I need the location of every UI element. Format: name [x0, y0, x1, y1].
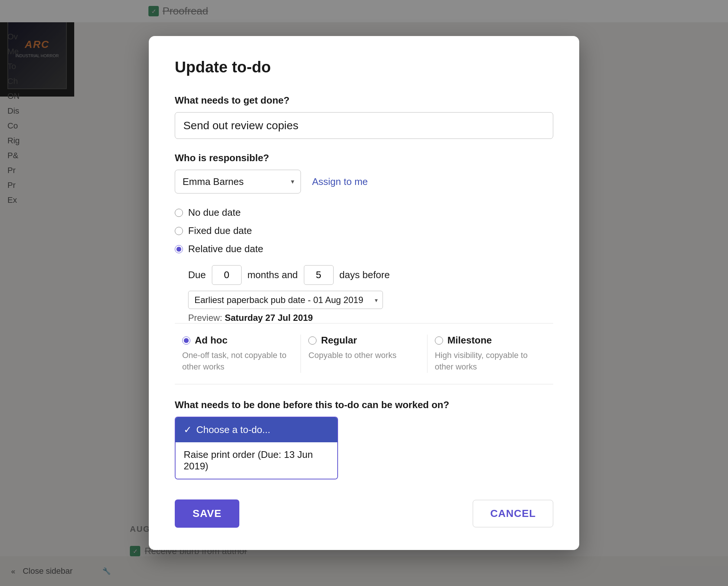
- modal-footer: SAVE CANCEL: [175, 499, 553, 528]
- no-due-date-radio[interactable]: [175, 209, 183, 217]
- responsible-row: Emma Barnes John Smith Jane Doe ▾ Assign…: [175, 170, 553, 193]
- regular-desc: Copyable to other works: [308, 350, 419, 361]
- fixed-due-date-label: Fixed due date: [188, 225, 252, 237]
- preview-text: Preview: Saturday 27 Jul 2019: [188, 313, 553, 323]
- task-description-section: What needs to get done?: [175, 95, 553, 139]
- adhoc-desc: One-off task, not copyable to other work…: [182, 350, 293, 373]
- preview-label: Preview:: [188, 313, 225, 323]
- adhoc-header: Ad hoc: [182, 335, 293, 346]
- milestone-type-option: Milestone High visibility, copyable to o…: [427, 335, 553, 373]
- no-due-date-option[interactable]: No due date: [175, 207, 553, 218]
- modal-title: Update to-do: [175, 58, 553, 76]
- due-days-input[interactable]: [304, 265, 334, 285]
- modal-backdrop: Update to-do What needs to get done? Who…: [0, 0, 728, 586]
- assign-to-me-link[interactable]: Assign to me: [312, 176, 368, 188]
- relative-due-date-label: Relative due date: [188, 243, 263, 255]
- preview-date: Saturday 27 Jul 2019: [225, 313, 313, 323]
- due-reference-select-wrapper: Earliest paperback pub date - 01 Aug 201…: [188, 291, 383, 309]
- raise-print-label: Raise print order (Due: 13 Jun 2019): [184, 449, 329, 472]
- responsible-section: Who is responsible? Emma Barnes John Smi…: [175, 152, 553, 193]
- milestone-radio[interactable]: [435, 336, 443, 345]
- prerequisite-dropdown[interactable]: ✓ Choose a to-do... Raise print order (D…: [175, 417, 338, 479]
- person-select-wrapper: Emma Barnes John Smith Jane Doe ▾: [175, 170, 301, 193]
- months-and-label: months and: [247, 269, 298, 281]
- milestone-header: Milestone: [435, 335, 546, 346]
- save-button[interactable]: SAVE: [175, 499, 239, 528]
- adhoc-label: Ad hoc: [195, 335, 227, 346]
- milestone-desc: High visibility, copyable to other works: [435, 350, 546, 373]
- milestone-label: Milestone: [447, 335, 492, 346]
- regular-header: Regular: [308, 335, 419, 346]
- task-description-input[interactable]: [175, 112, 553, 139]
- due-label: Due: [188, 269, 206, 281]
- fixed-due-date-option[interactable]: Fixed due date: [175, 225, 553, 237]
- choose-todo-label: Choose a to-do...: [196, 424, 270, 436]
- regular-label: Regular: [321, 335, 357, 346]
- prerequisite-dropdown-container: ✓ Choose a to-do... Raise print order (D…: [175, 417, 338, 479]
- task-type-options: Ad hoc One-off task, not copyable to oth…: [175, 323, 553, 384]
- regular-type-option: Regular Copyable to other works: [301, 335, 427, 373]
- adhoc-type-option: Ad hoc One-off task, not copyable to oth…: [175, 335, 301, 373]
- adhoc-radio[interactable]: [182, 336, 190, 345]
- responsible-label: Who is responsible?: [175, 152, 553, 164]
- due-months-input[interactable]: [212, 265, 242, 285]
- prerequisite-option-choose[interactable]: ✓ Choose a to-do...: [176, 417, 337, 442]
- cancel-button[interactable]: CANCEL: [473, 500, 553, 527]
- no-due-date-label: No due date: [188, 207, 241, 218]
- prerequisite-label: What needs to be done before this to-do …: [175, 399, 553, 411]
- due-date-row: Due months and days before Earliest pape…: [188, 265, 553, 309]
- days-before-label: days before: [340, 269, 390, 281]
- regular-radio[interactable]: [308, 336, 317, 345]
- person-select[interactable]: Emma Barnes John Smith Jane Doe: [175, 170, 301, 193]
- due-date-radio-group: No due date Fixed due date Relative due …: [175, 207, 553, 255]
- prerequisite-section: What needs to be done before this to-do …: [175, 399, 553, 481]
- check-icon: ✓: [184, 424, 192, 436]
- task-description-label: What needs to get done?: [175, 95, 553, 106]
- fixed-due-date-radio[interactable]: [175, 227, 183, 235]
- relative-due-date-radio[interactable]: [175, 245, 183, 253]
- relative-due-date-option[interactable]: Relative due date: [175, 243, 553, 255]
- prerequisite-option-raise-print[interactable]: Raise print order (Due: 13 Jun 2019): [176, 442, 337, 479]
- update-todo-modal: Update to-do What needs to get done? Who…: [149, 36, 579, 550]
- due-reference-select[interactable]: Earliest paperback pub date - 01 Aug 201…: [188, 291, 383, 309]
